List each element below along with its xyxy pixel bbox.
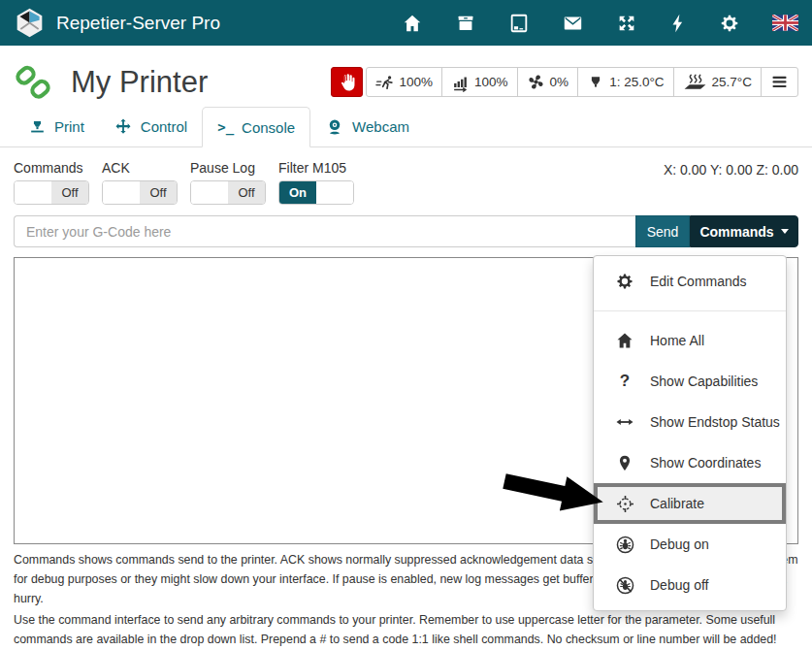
- top-navbar: Repetier-Server Pro: [0, 0, 812, 46]
- bed-status[interactable]: 25.7°C: [673, 68, 761, 96]
- arrows-horizontal-icon: [614, 412, 635, 432]
- menu-item-label: Show Capabilities: [650, 374, 758, 389]
- stop-hand-icon: [338, 72, 356, 92]
- command-bar: Send Commands: [14, 215, 798, 247]
- fullscreen-icon[interactable]: [616, 13, 637, 34]
- printer-box-icon[interactable]: [455, 13, 476, 34]
- crosshair-icon: [614, 494, 635, 514]
- switch-state: Off: [140, 181, 177, 204]
- brand[interactable]: Repetier-Server Pro: [14, 7, 220, 39]
- menu-item-debug-off[interactable]: Debug off: [594, 565, 786, 605]
- send-button[interactable]: Send: [635, 215, 690, 247]
- status-group: 100% 100%: [366, 67, 798, 97]
- tab-control[interactable]: Control: [99, 107, 202, 146]
- toggle-filter-m105: Filter M105 On: [278, 160, 354, 205]
- switch-state: On: [279, 181, 316, 204]
- tab-label: Print: [54, 118, 84, 135]
- tab-label: Control: [141, 118, 187, 135]
- heated-bed-icon: [683, 73, 707, 91]
- menu-item-show-capabilities[interactable]: ? Show Capabilities: [594, 361, 786, 402]
- tab-webcam[interactable]: Webcam: [310, 107, 424, 146]
- printer-header: My Printer 100%: [0, 46, 812, 107]
- commands-dropdown-menu: Edit Commands Home All ? Show Capabiliti…: [593, 255, 787, 611]
- printer-tabs: Print Control >_ Console Webcam: [0, 107, 812, 147]
- navbar-icons: [402, 13, 798, 34]
- menu-divider: [594, 310, 786, 311]
- touchscreen-icon[interactable]: [508, 13, 530, 34]
- home-icon[interactable]: [402, 13, 423, 34]
- toggle-label: Commands: [14, 160, 89, 176]
- gcode-input[interactable]: [14, 215, 635, 247]
- pause-log-toggle-switch[interactable]: Off: [190, 180, 266, 205]
- terminal-icon: >_: [217, 119, 234, 135]
- help-text-commands: Use the command interface to send any ar…: [14, 610, 798, 649]
- toggle-pause-log: Pause Log Off: [190, 160, 266, 205]
- webcam-icon: [325, 117, 344, 136]
- printer-menu-button[interactable]: [761, 68, 797, 96]
- menu-item-show-coordinates[interactable]: Show Coordinates: [594, 442, 786, 483]
- position-readout: X: 0.00 Y: 0.00 Z: 0.00: [664, 160, 798, 205]
- commands-button-label: Commands: [699, 224, 773, 240]
- ack-toggle-switch[interactable]: Off: [102, 180, 178, 205]
- page-title: My Printer: [71, 65, 208, 100]
- map-pin-icon: [614, 453, 635, 473]
- bug-off-icon: [614, 575, 635, 596]
- caret-down-icon: [781, 229, 789, 234]
- bug-icon: [614, 535, 635, 555]
- flow-value: 100%: [474, 75, 508, 89]
- menu-item-home-all[interactable]: Home All: [594, 320, 786, 361]
- menu-item-show-endstop-status[interactable]: Show Endstop Status: [594, 402, 786, 442]
- status-toolbar: 100% 100%: [331, 67, 798, 97]
- extruder-status[interactable]: 1: 25.0°C: [577, 68, 672, 96]
- menu-item-label: Edit Commands: [650, 274, 747, 289]
- switch-blank: [103, 181, 140, 204]
- switch-blank: [316, 181, 353, 204]
- switch-blank: [15, 181, 51, 204]
- speed-runner-icon: [375, 74, 395, 91]
- switch-state: Off: [51, 181, 88, 204]
- settings-icon[interactable]: [719, 13, 740, 34]
- brand-title: Repetier-Server Pro: [56, 13, 220, 34]
- language-flag-icon[interactable]: [772, 15, 798, 31]
- extruder-icon: [587, 74, 604, 90]
- tab-console[interactable]: >_ Console: [202, 107, 310, 147]
- home-icon: [614, 331, 635, 350]
- menu-item-debug-on[interactable]: Debug on: [594, 524, 786, 565]
- question-mark-icon: ?: [614, 372, 635, 391]
- toggle-label: Pause Log: [190, 160, 266, 176]
- tab-print[interactable]: Print: [14, 107, 99, 146]
- print-icon: [28, 118, 47, 135]
- move-arrows-icon: [114, 117, 133, 136]
- messages-icon[interactable]: [562, 13, 584, 34]
- flow-status[interactable]: 100%: [441, 68, 517, 96]
- commands-dropdown-button[interactable]: Commands: [690, 215, 798, 247]
- extruder-value: 1: 25.0°C: [609, 75, 664, 89]
- switch-blank: [191, 181, 228, 204]
- toggle-commands: Commands Off: [14, 160, 89, 205]
- speed-value: 100%: [400, 75, 434, 89]
- bed-value: 25.7°C: [712, 75, 752, 89]
- gear-icon: [614, 272, 635, 291]
- fan-status[interactable]: 0%: [517, 68, 578, 96]
- menu-item-label: Debug off: [650, 577, 708, 593]
- speed-status[interactable]: 100%: [367, 68, 442, 96]
- menu-item-calibrate[interactable]: Calibrate: [594, 483, 786, 524]
- commands-toggle-switch[interactable]: Off: [14, 180, 89, 205]
- fan-value: 0%: [550, 75, 569, 89]
- emergency-stop-button[interactable]: [331, 67, 363, 97]
- toggle-ack: ACK Off: [102, 160, 178, 205]
- flow-bars-icon: [451, 73, 470, 92]
- repetier-logo-icon: [14, 7, 46, 39]
- hamburger-menu-icon: [770, 73, 789, 91]
- toggle-label: Filter M105: [278, 160, 354, 176]
- menu-item-label: Debug on: [650, 536, 709, 552]
- switch-state: Off: [228, 181, 265, 204]
- fan-icon: [527, 73, 545, 91]
- power-icon[interactable]: [669, 13, 687, 34]
- filter-m105-toggle-switch[interactable]: On: [278, 180, 354, 205]
- tab-label: Webcam: [352, 118, 409, 135]
- toggle-row: Commands Off ACK Off Pause Log Off Filte…: [14, 160, 798, 205]
- menu-item-edit-commands[interactable]: Edit Commands: [594, 261, 786, 302]
- menu-item-label: Show Endstop Status: [650, 414, 780, 430]
- menu-item-label: Calibrate: [650, 496, 704, 511]
